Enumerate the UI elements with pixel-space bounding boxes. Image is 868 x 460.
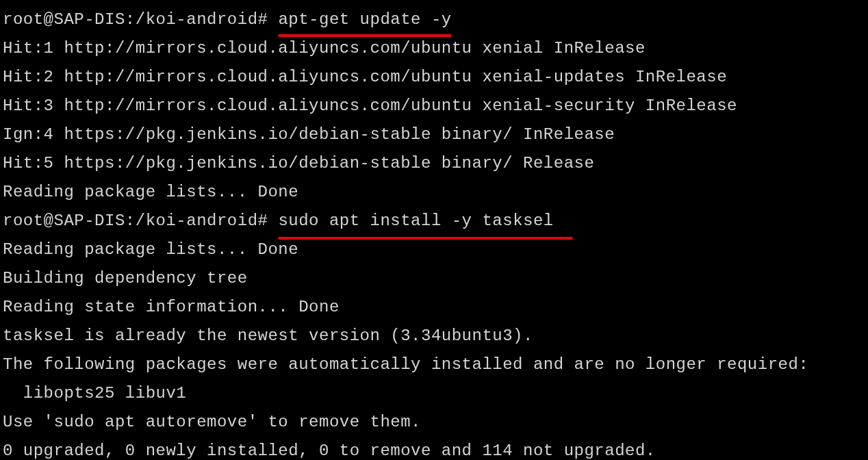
command-text: apt-get update -y	[278, 10, 451, 29]
terminal-output-line: Hit:1 http://mirrors.cloud.aliyuncs.com/…	[3, 34, 865, 63]
terminal-output-line: Reading state information... Done	[3, 293, 865, 322]
terminal-line-prompt2: root@SAP-DIS:/koi-android# sudo apt inst…	[3, 207, 865, 235]
terminal-output-line: The following packages were automaticall…	[3, 350, 865, 379]
terminal-output-line: Building dependency tree	[3, 264, 865, 293]
command-underlined: apt-get update -y	[278, 5, 451, 34]
command-text: sudo apt install -y tasksel	[278, 212, 553, 230]
terminal-output-line: Hit:3 http://mirrors.cloud.aliyuncs.com/…	[3, 92, 865, 120]
terminal-line-prompt1: root@SAP-DIS:/koi-android# apt-get updat…	[3, 5, 865, 34]
terminal-output-line: Reading package lists... Done	[3, 178, 865, 207]
shell-prompt: root@SAP-DIS:/koi-android#	[3, 10, 278, 29]
terminal-output-line: Reading package lists... Done	[3, 235, 865, 264]
shell-prompt: root@SAP-DIS:/koi-android#	[3, 212, 278, 230]
terminal-output-line: libopts25 libuv1	[3, 379, 865, 408]
command-underlined: sudo apt install -y tasksel	[278, 207, 553, 235]
terminal-output-line: Hit:2 http://mirrors.cloud.aliyuncs.com/…	[3, 63, 865, 92]
terminal-output-line: tasksel is already the newest version (3…	[3, 322, 865, 350]
terminal-output-line: Hit:5 https://pkg.jenkins.io/debian-stab…	[3, 149, 865, 178]
terminal-output-line: Use 'sudo apt autoremove' to remove them…	[3, 408, 865, 437]
terminal-output-line: 0 upgraded, 0 newly installed, 0 to remo…	[3, 437, 865, 460]
terminal-output-line: Ign:4 https://pkg.jenkins.io/debian-stab…	[3, 120, 865, 149]
